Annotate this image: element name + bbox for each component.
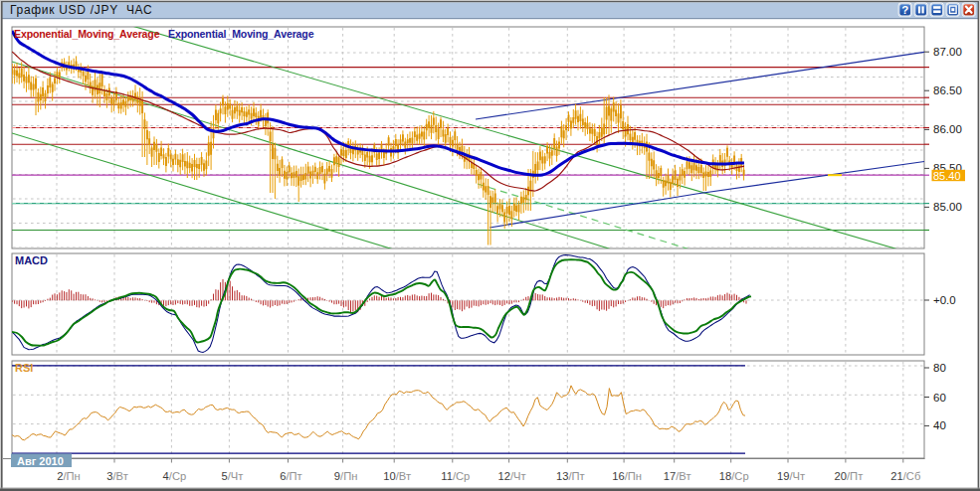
svg-text:3/Вт: 3/Вт	[106, 470, 128, 482]
svg-text:4/Ср: 4/Ср	[163, 470, 187, 482]
svg-text:21/Сб: 21/Сб	[890, 470, 920, 482]
svg-text:20/Пт: 20/Пт	[835, 470, 864, 482]
svg-text:16/Пн: 16/Пн	[612, 470, 642, 482]
svg-text:MACD: MACD	[15, 254, 48, 266]
svg-text:86.50: 86.50	[933, 84, 962, 96]
svg-text:9/Пн: 9/Пн	[334, 470, 358, 482]
svg-text:60: 60	[933, 392, 946, 404]
svg-text:12/Чт: 12/Чт	[498, 470, 526, 482]
svg-text:17/Вт: 17/Вт	[664, 470, 691, 482]
svg-text:+0.0: +0.0	[933, 294, 956, 306]
svg-text:10/Вт: 10/Вт	[383, 470, 411, 482]
svg-text:18/Ср: 18/Ср	[719, 470, 749, 482]
svg-text:2/Пн: 2/Пн	[57, 470, 81, 482]
svg-text:Exponential_Moving_Average: Exponential_Moving_Average	[168, 28, 314, 40]
svg-text:40: 40	[933, 419, 946, 431]
svg-text:Exponential_Moving_Average: Exponential_Moving_Average	[14, 28, 160, 40]
svg-text:85.40: 85.40	[933, 170, 961, 182]
svg-text:График USD /JPY ЧАС: График USD /JPY ЧАС	[10, 3, 152, 17]
svg-text:85.00: 85.00	[933, 201, 962, 213]
svg-text:13/Пт: 13/Пт	[556, 470, 585, 482]
svg-text:6/Пт: 6/Пт	[280, 470, 302, 482]
svg-text:RSI: RSI	[15, 362, 33, 374]
svg-text:19/Чт: 19/Чт	[777, 470, 805, 482]
svg-text:86.00: 86.00	[933, 123, 962, 135]
svg-text:87.00: 87.00	[933, 46, 962, 58]
svg-text:11/Ср: 11/Ср	[441, 470, 470, 482]
svg-text:80: 80	[933, 362, 946, 374]
svg-text:?: ?	[901, 4, 908, 16]
svg-text:5/Чт: 5/Чт	[221, 470, 243, 482]
svg-text:Авг 2010: Авг 2010	[17, 455, 64, 467]
